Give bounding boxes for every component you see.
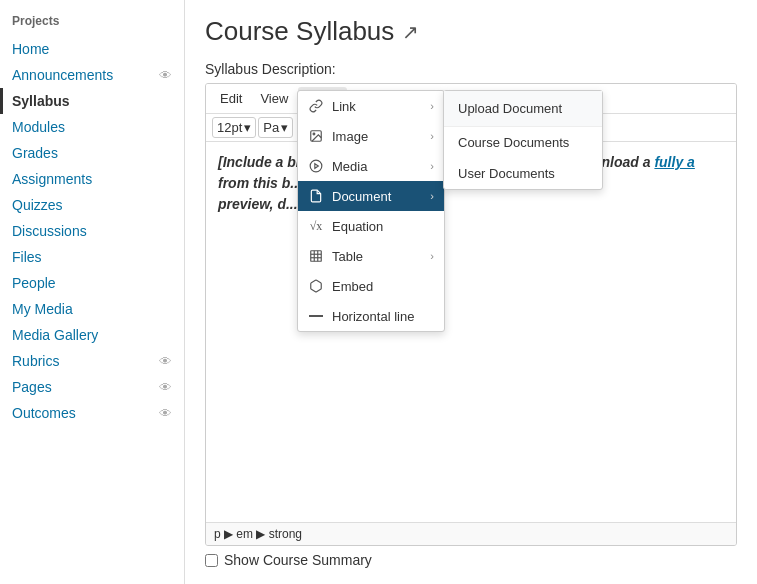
sidebar-link-label: Media Gallery [12, 327, 98, 343]
visibility-icon[interactable]: 👁 [159, 406, 172, 421]
insert-menu-item-label: Table [332, 249, 363, 264]
menubar-item-view[interactable]: View [252, 87, 296, 110]
status-bar: p ▶ em ▶ strong [206, 522, 736, 545]
font-family-select[interactable]: Pa ▾ [258, 117, 293, 138]
sidebar-link-label: Modules [12, 119, 65, 135]
sidebar-link-label: Syllabus [12, 93, 70, 109]
sidebar-link-label: My Media [12, 301, 73, 317]
insert-menu-item-label: Link [332, 99, 356, 114]
insert-menu-item-media[interactable]: Media› [298, 151, 444, 181]
insert-menu-item-horizontal-line[interactable]: Horizontal line [298, 301, 444, 331]
insert-menu-item-label: Equation [332, 219, 383, 234]
insert-menu-item-label: Document [332, 189, 391, 204]
sidebar-item-outcomes[interactable]: Outcomes👁 [0, 400, 184, 426]
insert-menu-item-label: Horizontal line [332, 309, 414, 324]
visibility-icon[interactable]: 👁 [159, 380, 172, 395]
sidebar-link-label: Files [12, 249, 42, 265]
horizontal-line-icon [308, 308, 324, 324]
show-course-summary-checkbox[interactable] [205, 554, 218, 567]
insert-menu-item-link[interactable]: Link› [298, 91, 444, 121]
insert-menu-item-document[interactable]: Document› [298, 181, 444, 211]
sidebar-link-label: Assignments [12, 171, 92, 187]
insert-menu-item-label: Image [332, 129, 368, 144]
document-submenu: Upload DocumentCourse DocumentsUser Docu… [443, 90, 603, 190]
projects-label: Projects [0, 10, 184, 36]
font-size-select[interactable]: 12pt ▾ [212, 117, 256, 138]
sidebar-link-label: Announcements [12, 67, 113, 83]
sidebar-link-label: Grades [12, 145, 58, 161]
insert-menu-item-label: Media [332, 159, 367, 174]
sidebar-link-label: Home [12, 41, 49, 57]
sidebar-link-label: Rubrics [12, 353, 59, 369]
insert-menu: Link›Image›Media›Document›√xEquationTabl… [297, 90, 445, 332]
insert-menu-item-embed[interactable]: Embed [298, 271, 444, 301]
equation-icon: √x [308, 218, 324, 234]
sidebar-item-rubrics[interactable]: Rubrics👁 [0, 348, 184, 374]
sidebar-item-home[interactable]: Home [0, 36, 184, 62]
sidebar-item-pages[interactable]: Pages👁 [0, 374, 184, 400]
image-icon [308, 128, 324, 144]
visibility-icon[interactable]: 👁 [159, 354, 172, 369]
sidebar-item-people[interactable]: People [0, 270, 184, 296]
sidebar-item-quizzes[interactable]: Quizzes [0, 192, 184, 218]
editor-content[interactable]: [Include a brief description of your syl… [206, 142, 736, 522]
checkbox-row: Show Course Summary [205, 546, 737, 574]
page-title: Course Syllabus ↗ [205, 16, 737, 47]
sidebar-item-announcements[interactable]: Announcements👁 [0, 62, 184, 88]
menubar-item-edit[interactable]: Edit [212, 87, 250, 110]
sidebar-item-syllabus[interactable]: Syllabus [0, 88, 184, 114]
sidebar-item-files[interactable]: Files [0, 244, 184, 270]
svg-point-1 [313, 133, 315, 135]
sidebar-item-discussions[interactable]: Discussions [0, 218, 184, 244]
main-content: Course Syllabus ↗ Syllabus Description: … [185, 0, 757, 584]
media-icon [308, 158, 324, 174]
doc-submenu-item-upload-document[interactable]: Upload Document [444, 91, 602, 127]
chevron-right-icon: › [430, 250, 434, 262]
chevron-right-icon: › [430, 130, 434, 142]
doc-submenu-item-course-documents[interactable]: Course Documents [444, 127, 602, 158]
svg-rect-4 [311, 251, 322, 262]
chevron-right-icon: › [430, 190, 434, 202]
sidebar: Projects HomeAnnouncements👁SyllabusModul… [0, 0, 185, 584]
insert-menu-item-label: Embed [332, 279, 373, 294]
sidebar-item-modules[interactable]: Modules [0, 114, 184, 140]
link-icon [308, 98, 324, 114]
sidebar-link-label: Pages [12, 379, 52, 395]
sidebar-link-label: Quizzes [12, 197, 63, 213]
chevron-right-icon: › [430, 160, 434, 172]
checkbox-label: Show Course Summary [224, 552, 372, 568]
sidebar-link-label: Discussions [12, 223, 87, 239]
sidebar-item-grades[interactable]: Grades [0, 140, 184, 166]
table-icon [308, 248, 324, 264]
fully-link[interactable]: fully a [654, 154, 694, 170]
chevron-right-icon: › [430, 100, 434, 112]
sidebar-link-label: People [12, 275, 56, 291]
sidebar-item-media-gallery[interactable]: Media Gallery [0, 322, 184, 348]
sidebar-item-my-media[interactable]: My Media [0, 296, 184, 322]
insert-menu-item-equation[interactable]: √xEquation [298, 211, 444, 241]
description-label: Syllabus Description: [205, 61, 737, 77]
insert-menu-item-image[interactable]: Image› [298, 121, 444, 151]
insert-menu-item-table[interactable]: Table› [298, 241, 444, 271]
doc-submenu-item-user-documents[interactable]: User Documents [444, 158, 602, 189]
document-icon [308, 188, 324, 204]
sidebar-link-label: Outcomes [12, 405, 76, 421]
title-icon: ↗ [402, 20, 419, 44]
sidebar-item-assignments[interactable]: Assignments [0, 166, 184, 192]
embed-icon [308, 278, 324, 294]
visibility-icon[interactable]: 👁 [159, 68, 172, 83]
